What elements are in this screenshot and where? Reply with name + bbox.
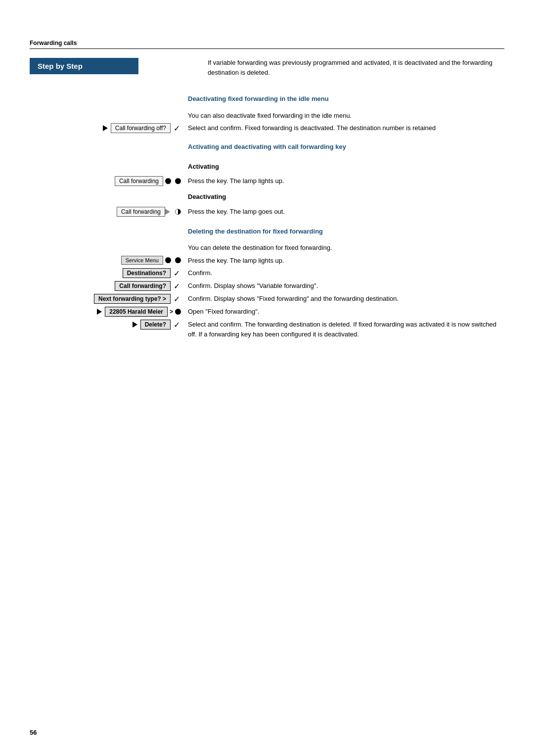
section3-heading: Deleting the destination for fixed forwa… xyxy=(188,227,504,236)
bullet-filled-icon2 xyxy=(175,178,181,184)
destinations-menu: Destinations? xyxy=(123,268,171,278)
section3-row1-left: Service Menu xyxy=(30,256,188,265)
section1-row1-desc: Select and confirm. Fixed forwarding is … xyxy=(188,123,504,133)
banner-label: Step by Step xyxy=(38,62,83,70)
arrow-right-icon xyxy=(103,125,108,131)
section2-activating-label: Activating xyxy=(188,162,504,172)
page: Forwarding calls Step by Step If variabl… xyxy=(0,0,534,756)
section3-row2-left: Destinations? ✓ xyxy=(30,268,188,278)
service-menu-bullet1 xyxy=(165,257,171,263)
section2-heading: Activating and deactivating with call fo… xyxy=(188,142,504,152)
section3-row2: Destinations? ✓ Confirm. xyxy=(30,268,504,278)
call-forwarding-checkmark: ✓ xyxy=(174,282,180,291)
section3-row6-left: Delete? ✓ xyxy=(30,320,188,330)
right-column-intro: If variable forwarding was previously pr… xyxy=(198,58,504,86)
section1-title: Deactivating fixed forwarding in the idl… xyxy=(188,91,504,108)
harald-meier-bullet xyxy=(175,309,181,315)
section3-description: You can delete the destination for fixed… xyxy=(188,243,504,253)
section3-row2-desc: Confirm. xyxy=(188,268,504,278)
section2-row1-left: Call forwarding xyxy=(30,176,188,186)
section2-sub2: Deactivating xyxy=(188,189,504,204)
section3-row5-left: 22805 Harald Meier > xyxy=(30,307,188,317)
delete-menu: Delete? xyxy=(140,320,171,330)
step-by-step-banner: Step by Step xyxy=(30,58,138,74)
section2-sub1: Activating xyxy=(188,159,504,174)
section3-title-row: Deleting the destination for fixed forwa… xyxy=(30,224,504,240)
section-header: Forwarding calls xyxy=(30,40,504,49)
call-forwarding-menu: Call forwarding? xyxy=(115,281,171,291)
bullet-filled-icon xyxy=(165,178,171,184)
section2-title: Activating and deactivating with call fo… xyxy=(188,139,504,156)
delete-checkmark: ✓ xyxy=(174,320,180,330)
section1-title-row: Deactivating fixed forwarding in the idl… xyxy=(30,91,504,108)
section2-row1: Call forwarding Press the key. The lamp … xyxy=(30,176,504,186)
two-bullets-deactivate xyxy=(165,209,183,215)
arrow-right-icon-row5 xyxy=(97,309,102,315)
section3-row6-desc: Select and confirm. The forwarding desti… xyxy=(188,320,504,339)
intro-text: If variable forwarding was previously pr… xyxy=(208,58,504,77)
call-forwarding-off-menu: Call forwarding off? xyxy=(111,123,171,133)
arrow-right-icon-row6 xyxy=(133,322,137,328)
section3-desc-row: You can delete the destination for fixed… xyxy=(30,243,504,253)
section2-sub2-row: Deactivating xyxy=(30,189,504,204)
section3-row4-left: Next forwarding type? > ✓ xyxy=(30,294,188,304)
two-bullets-activate xyxy=(163,178,183,184)
section3-row5-desc: Open "Fixed forwarding". xyxy=(188,307,504,317)
section3-title: Deleting the destination for fixed forwa… xyxy=(188,224,504,240)
section-header-text: Forwarding calls xyxy=(30,40,77,47)
bullet-half-icon xyxy=(175,209,181,215)
section3-row4: Next forwarding type? > ✓ Confirm. Displ… xyxy=(30,294,504,304)
section1-desc-row: You can also deactivate fixed forwarding… xyxy=(30,111,504,121)
section3-row5: 22805 Harald Meier > Open "Fixed forward… xyxy=(30,307,504,317)
section2-sub1-row: Activating xyxy=(30,159,504,174)
section3-row3-left: Call forwarding? ✓ xyxy=(30,281,188,291)
section2-row1-desc: Press the key. The lamp lights up. xyxy=(188,176,504,186)
left-column: Step by Step xyxy=(30,58,198,86)
section3-row6: Delete? ✓ Select and confirm. The forwar… xyxy=(30,320,504,339)
checkmark-icon: ✓ xyxy=(174,124,180,133)
next-forwarding-checkmark: ✓ xyxy=(174,294,180,304)
section2-title-row: Activating and deactivating with call fo… xyxy=(30,139,504,156)
call-forwarding-activate-menu: Call forwarding xyxy=(115,176,163,186)
arrow-symbol: > xyxy=(170,308,173,315)
section1-heading: Deactivating fixed forwarding in the idl… xyxy=(188,94,504,104)
page-number: 56 xyxy=(30,729,37,736)
section2-deactivating-label: Deactivating xyxy=(188,192,504,202)
section3-row1: Service Menu Press the key. The lamp lig… xyxy=(30,256,504,266)
content-area: Step by Step If variable forwarding was … xyxy=(30,58,504,86)
harald-meier-menu: 22805 Harald Meier xyxy=(105,307,168,317)
service-menu-bullet2 xyxy=(175,257,181,263)
arrow-outline-icon xyxy=(165,209,170,215)
next-forwarding-type-menu: Next forwarding type? > xyxy=(94,294,171,304)
section1-row1: Call forwarding off? ✓ Select and confir… xyxy=(30,123,504,133)
section3-row4-desc: Confirm. Display shows "Fixed forwarding… xyxy=(188,294,504,304)
section1-description: You can also deactivate fixed forwarding… xyxy=(188,111,504,121)
section3-row1-desc: Press the key. The lamp lights up. xyxy=(188,256,504,266)
destinations-checkmark: ✓ xyxy=(174,269,180,278)
section3-row3: Call forwarding? ✓ Confirm. Display show… xyxy=(30,281,504,291)
service-menu-bullets xyxy=(163,257,183,263)
section2-row2-left: Call forwarding xyxy=(30,207,188,217)
call-forwarding-deactivate-menu: Call forwarding xyxy=(117,207,165,217)
section2-row2: Call forwarding Press the key. The lamp … xyxy=(30,207,504,217)
section3-row3-desc: Confirm. Display shows "Variable forward… xyxy=(188,281,504,291)
section2-row2-desc: Press the key. The lamp goes out. xyxy=(188,207,504,217)
service-menu-box: Service Menu xyxy=(121,256,163,265)
section1-row1-left: Call forwarding off? ✓ xyxy=(30,123,188,133)
